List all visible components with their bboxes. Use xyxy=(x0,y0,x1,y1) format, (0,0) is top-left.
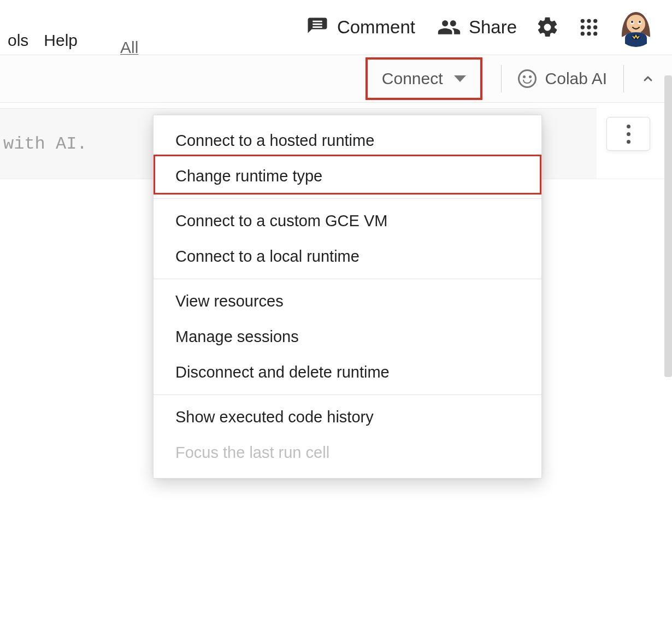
menu-item[interactable]: Manage sessions xyxy=(154,319,541,355)
svg-point-12 xyxy=(631,21,633,23)
all-changes-line1: All xyxy=(98,38,160,55)
top-toolbar: ols Help All changes Comment Share xyxy=(0,0,672,55)
colab-ai-label: Colab AI xyxy=(545,69,607,88)
connect-label: Connect xyxy=(382,69,443,88)
connect-button[interactable]: Connect xyxy=(366,57,482,100)
colab-ai-icon xyxy=(518,69,537,88)
svg-point-1 xyxy=(587,19,591,23)
caret-down-icon xyxy=(454,75,466,82)
menu-tools[interactable]: ols xyxy=(0,31,36,53)
svg-point-5 xyxy=(593,25,597,29)
collapse-button[interactable] xyxy=(635,66,661,92)
menu-item[interactable]: Connect to a local runtime xyxy=(154,239,541,274)
scrollbar-thumb[interactable] xyxy=(664,75,672,377)
apps-button[interactable] xyxy=(567,15,611,39)
menu-item[interactable]: Connect to a hosted runtime xyxy=(154,123,541,158)
comment-icon xyxy=(305,15,329,39)
menu-item[interactable]: View resources xyxy=(154,284,541,319)
gear-icon xyxy=(535,15,559,39)
divider xyxy=(623,65,624,92)
settings-button[interactable] xyxy=(528,15,567,39)
svg-point-4 xyxy=(587,25,591,29)
user-avatar[interactable] xyxy=(616,8,656,47)
menu-separator xyxy=(154,279,541,279)
share-button[interactable]: Share xyxy=(426,15,528,39)
all-changes-saved[interactable]: All changes xyxy=(98,38,160,55)
divider xyxy=(501,65,502,92)
share-label: Share xyxy=(469,17,517,38)
svg-point-10 xyxy=(627,15,645,33)
svg-point-8 xyxy=(593,32,597,36)
more-vert-icon xyxy=(627,125,630,144)
svg-point-7 xyxy=(587,32,591,36)
menu-separator xyxy=(154,198,541,199)
comment-label: Comment xyxy=(337,17,415,38)
colab-ai-button[interactable]: Colab AI xyxy=(512,69,612,88)
share-icon xyxy=(437,15,461,39)
apps-grid-icon xyxy=(577,15,601,39)
scrollbar[interactable] xyxy=(660,75,672,379)
svg-point-3 xyxy=(581,25,585,29)
comment-button[interactable]: Comment xyxy=(294,15,426,39)
code-placeholder: with AI. xyxy=(3,134,87,154)
svg-point-14 xyxy=(639,21,641,23)
menu-help[interactable]: Help xyxy=(36,31,85,53)
svg-point-2 xyxy=(593,19,597,23)
svg-point-6 xyxy=(581,32,585,36)
menu-item: Focus the last run cell xyxy=(154,435,541,470)
menu-item[interactable]: Show executed code history xyxy=(154,399,541,435)
menu-bar: ols Help All changes xyxy=(0,0,161,55)
menu-item[interactable]: Change runtime type xyxy=(154,158,541,194)
cell-more-button[interactable] xyxy=(606,117,650,151)
menu-item[interactable]: Disconnect and delete runtime xyxy=(154,355,541,390)
svg-point-0 xyxy=(581,19,585,23)
menu-item[interactable]: Connect to a custom GCE VM xyxy=(154,203,541,239)
menu-separator xyxy=(154,394,541,395)
connect-dropdown: Connect to a hosted runtimeChange runtim… xyxy=(153,115,542,479)
runtime-bar: Connect Colab AI xyxy=(0,55,672,103)
